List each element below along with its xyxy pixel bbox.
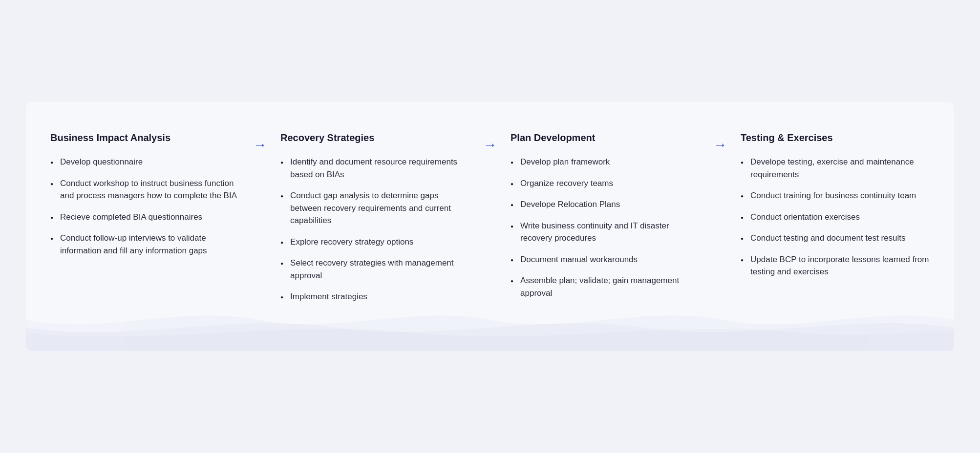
list-item: Identify and document resource requireme… xyxy=(280,156,469,181)
column-title-recovery-strategies: Recovery Strategies xyxy=(280,131,469,144)
column-testing-exercises: Testing & ExercisesDevelope testing, exe… xyxy=(731,131,930,287)
arrow-3: → xyxy=(709,131,731,153)
list-item: Write business continuity and IT disaste… xyxy=(511,220,700,245)
list-item: Conduct training for business continuity… xyxy=(741,189,930,202)
list-item-text: Select recovery strategies with manageme… xyxy=(290,257,469,282)
list-item-text: Document manual workarounds xyxy=(520,253,638,266)
list-item-text: Develope testing, exercise and maintenan… xyxy=(750,156,930,181)
list-item-text: Write business continuity and IT disaste… xyxy=(520,220,700,245)
column-plan-development: Plan DevelopmentDevelop plan frameworkOr… xyxy=(501,131,709,308)
column-business-impact-analysis: Business Impact AnalysisDevelop question… xyxy=(50,131,249,266)
bullet-list-testing-exercises: Develope testing, exercise and maintenan… xyxy=(741,156,930,278)
arrow-1: → xyxy=(249,131,271,153)
list-item: Explore recovery strategy options xyxy=(280,236,469,248)
column-title-business-impact-analysis: Business Impact Analysis xyxy=(50,131,239,144)
list-item: Conduct orientation exercises xyxy=(741,211,930,224)
list-item-text: Update BCP to incorporate lessons learne… xyxy=(750,253,930,278)
list-item: Recieve completed BIA questionnaires xyxy=(50,211,239,224)
list-item-text: Conduct testing and document test result… xyxy=(750,232,906,245)
list-item-text: Explore recovery strategy options xyxy=(290,236,413,248)
list-item: Conduct follow-up interviews to validate… xyxy=(50,232,239,257)
list-item: Select recovery strategies with manageme… xyxy=(280,257,469,282)
list-item-text: Conduct orientation exercises xyxy=(750,211,860,224)
arrow-2: → xyxy=(479,131,501,153)
list-item: Conduct testing and document test result… xyxy=(741,232,930,245)
list-item: Document manual workarounds xyxy=(511,253,700,266)
list-item: Develope testing, exercise and maintenan… xyxy=(741,156,930,181)
list-item: Develope Relocation Plans xyxy=(511,198,700,211)
list-item-text: Identify and document resource requireme… xyxy=(290,156,469,181)
list-item-text: Conduct training for business continuity… xyxy=(750,189,916,202)
list-item: Conduct workshop to instruct business fu… xyxy=(50,177,239,202)
main-container: Business Impact AnalysisDevelop question… xyxy=(26,102,954,351)
arrow-icon-3: → xyxy=(713,137,727,153)
column-title-plan-development: Plan Development xyxy=(511,131,700,144)
arrow-icon-2: → xyxy=(483,137,497,153)
column-title-testing-exercises: Testing & Exercises xyxy=(741,131,930,144)
list-item-text: Conduct gap analysis to determine gaps b… xyxy=(290,189,469,227)
list-item-text: Develope Relocation Plans xyxy=(520,198,620,211)
list-item-text: Recieve completed BIA questionnaires xyxy=(60,211,202,224)
list-item: Develop plan framework xyxy=(511,156,700,168)
list-item: Organize recovery teams xyxy=(511,177,700,190)
list-item: Update BCP to incorporate lessons learne… xyxy=(741,253,930,278)
list-item-text: Develop plan framework xyxy=(520,156,610,168)
column-recovery-strategies: Recovery StrategiesIdentify and document… xyxy=(271,131,479,312)
list-item-text: Conduct follow-up interviews to validate… xyxy=(60,232,239,257)
arrow-icon-1: → xyxy=(253,137,267,153)
bullet-list-plan-development: Develop plan frameworkOrganize recovery … xyxy=(511,156,700,299)
list-item: Conduct gap analysis to determine gaps b… xyxy=(280,189,469,227)
list-item-text: Develop questionnaire xyxy=(60,156,143,168)
bullet-list-business-impact-analysis: Develop questionnaireConduct workshop to… xyxy=(50,156,239,257)
columns-wrapper: Business Impact AnalysisDevelop question… xyxy=(50,131,930,312)
list-item-text: Organize recovery teams xyxy=(520,177,613,190)
list-item-text: Conduct workshop to instruct business fu… xyxy=(60,177,239,202)
list-item: Develop questionnaire xyxy=(50,156,239,168)
bullet-list-recovery-strategies: Identify and document resource requireme… xyxy=(280,156,469,303)
